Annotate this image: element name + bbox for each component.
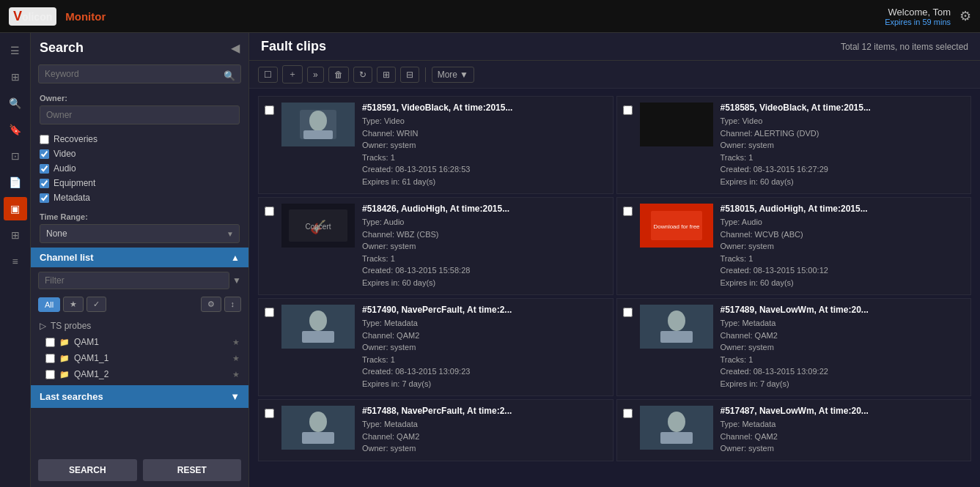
- last-searches-chevron-icon: ▼: [230, 391, 240, 402]
- qam1-star-icon[interactable]: ★: [232, 338, 240, 347]
- channel-filter-input[interactable]: [38, 272, 229, 289]
- active-icon[interactable]: ▣: [4, 197, 27, 220]
- video-label: Video: [54, 149, 75, 159]
- channel-tab-starred[interactable]: ★: [63, 297, 84, 312]
- clip-517489-title: #517489, NaveLowWm, At time:20...: [721, 305, 965, 315]
- clip-517489-detail: Type: Metadata Channel: QAM2 Owner: syst…: [721, 317, 965, 390]
- clip-517488-checkbox[interactable]: [265, 409, 274, 418]
- svg-text:Concert: Concert: [305, 223, 331, 231]
- delete-btn[interactable]: 🗑: [328, 67, 349, 83]
- search-button[interactable]: SEARCH: [38, 459, 137, 481]
- bookmark-icon[interactable]: 🔖: [4, 118, 27, 141]
- keyword-search-icon: 🔍: [224, 70, 235, 81]
- clip-517488-title: #517488, NavePercFault, At time:2...: [362, 406, 607, 416]
- time-range-select[interactable]: None: [40, 224, 240, 243]
- clip-518426-checkbox[interactable]: [265, 207, 274, 216]
- apps-icon[interactable]: ⊞: [4, 223, 27, 247]
- sidebar: Search ◀ 🔍 Owner: Recoveries Video Audio: [31, 33, 249, 487]
- more-btn[interactable]: More ▼: [432, 67, 474, 83]
- ts-probes-checkbox: ▷: [40, 321, 46, 331]
- settings-gear-icon[interactable]: ⚙: [959, 8, 971, 24]
- clip-item-517488[interactable]: #517488, NavePercFault, At time:2... Typ…: [258, 399, 614, 461]
- keyword-input[interactable]: [38, 64, 241, 83]
- channel-list-header[interactable]: Channel list ▲: [31, 248, 248, 267]
- qam1-2-label: QAM1_2: [74, 369, 108, 379]
- grid-icon[interactable]: ⊡: [4, 144, 27, 168]
- clip-518591-checkbox[interactable]: [265, 105, 274, 115]
- clip-517490-checkbox[interactable]: [265, 308, 274, 317]
- clip-item-518591[interactable]: #518591, VideoBlack, At time:2015... Typ…: [258, 96, 614, 194]
- page-title: Fault clips: [261, 39, 326, 54]
- channel-settings-icon[interactable]: ⚙: [201, 297, 221, 312]
- owner-label: Owner:: [40, 94, 240, 103]
- checkbox-audio: Audio: [40, 161, 240, 176]
- last-searches-label: Last searches: [40, 391, 103, 402]
- svg-point-14: [309, 311, 327, 331]
- owner-input[interactable]: [40, 105, 240, 124]
- clip-item-518426[interactable]: 🎸 Concert #518426, AudioHigh, At time:20…: [258, 197, 614, 295]
- channel-list-chevron-icon: ▲: [231, 253, 240, 263]
- refresh-btn[interactable]: ↻: [353, 67, 372, 83]
- channel-add-icon[interactable]: ↕: [224, 297, 242, 312]
- svg-point-20: [309, 412, 327, 432]
- qam1-1-checkbox[interactable]: [45, 354, 55, 363]
- list-view-btn[interactable]: ⊟: [400, 67, 419, 83]
- clip-518015-checkbox[interactable]: [623, 207, 633, 216]
- reset-button[interactable]: RESET: [143, 459, 242, 481]
- menu-icon[interactable]: ☰: [4, 39, 27, 62]
- clip-item-517489[interactable]: #517489, NaveLowWm, At time:20... Type: …: [616, 298, 972, 396]
- list-nav-icon[interactable]: ≡: [4, 250, 27, 273]
- svg-rect-15: [302, 331, 334, 343]
- channel-tab-all[interactable]: All: [38, 297, 60, 312]
- metadata-checkbox[interactable]: [40, 193, 49, 203]
- clip-517489-checkbox[interactable]: [623, 308, 633, 317]
- clip-518015-info: #518015, AudioHigh, At time:2015... Type…: [721, 204, 965, 289]
- channel-tab-checked[interactable]: ✓: [86, 297, 106, 312]
- more-label: More: [438, 70, 457, 80]
- toolbar: ☐ ＋ » 🗑 ↻ ⊞ ⊟ More ▼: [249, 61, 980, 89]
- clip-item-517490[interactable]: #517490, NavePercFault, At time:2... Typ…: [258, 298, 614, 396]
- clip-517487-checkbox[interactable]: [623, 409, 633, 418]
- document-icon[interactable]: 📄: [4, 171, 27, 194]
- sidebar-buttons: SEARCH RESET: [31, 453, 248, 487]
- search-nav-icon[interactable]: 🔍: [4, 92, 27, 115]
- dashboard-icon[interactable]: ⊞: [4, 65, 27, 89]
- expires-text: Expires in 59 mins: [885, 18, 951, 26]
- qam1-2-star-icon[interactable]: ★: [232, 370, 240, 379]
- equipment-checkbox[interactable]: [40, 179, 49, 188]
- channel-item-qam1[interactable]: 📁 QAM1 ★: [31, 334, 248, 350]
- last-searches-header[interactable]: Last searches ▼: [31, 385, 248, 408]
- sidebar-collapse-icon[interactable]: ◀: [231, 41, 240, 55]
- clips-grid: #518591, VideoBlack, At time:2015... Typ…: [249, 89, 980, 487]
- monitor-label: Monitor: [65, 10, 106, 23]
- channel-item-qam1-2[interactable]: 📁 QAM1_2 ★: [31, 366, 248, 382]
- checkbox-metadata: Metadata: [40, 190, 240, 205]
- channel-item-qam1-1[interactable]: 📁 QAM1_1 ★: [31, 350, 248, 366]
- grid-view-btn[interactable]: ⊞: [377, 67, 396, 83]
- time-range-label: Time Range:: [40, 212, 240, 221]
- qam1-1-star-icon[interactable]: ★: [232, 354, 240, 363]
- video-checkbox[interactable]: [40, 149, 49, 159]
- select-all-checkbox-btn[interactable]: ☐: [258, 67, 278, 83]
- left-icons-bar: ☰ ⊞ 🔍 🔖 ⊡ 📄 ▣ ⊞ ≡: [0, 33, 31, 487]
- channel-tabs: All ★ ✓ ⚙ ↕: [31, 294, 248, 315]
- forward-btn[interactable]: »: [307, 67, 324, 83]
- add-btn[interactable]: ＋: [282, 65, 303, 83]
- clip-518591-info: #518591, VideoBlack, At time:2015... Typ…: [362, 103, 607, 187]
- checkbox-equipment: Equipment: [40, 176, 240, 190]
- items-meta: Total 12 items, no items selected: [841, 42, 968, 52]
- qam1-2-checkbox[interactable]: [45, 370, 55, 379]
- clip-item-517487[interactable]: #517487, NaveLowWm, At time:20... Type: …: [616, 399, 972, 461]
- ts-probes-group[interactable]: ▷ TS probes: [31, 318, 248, 334]
- clip-item-518015[interactable]: Download for free #518015, AudioHigh, At…: [616, 197, 972, 295]
- clip-518426-title: #518426, AudioHigh, At time:2015...: [362, 204, 607, 214]
- audio-checkbox[interactable]: [40, 164, 49, 174]
- svg-point-17: [668, 311, 685, 331]
- qam1-checkbox[interactable]: [45, 338, 55, 347]
- clip-518585-checkbox[interactable]: [623, 105, 633, 115]
- recoveries-checkbox[interactable]: [40, 135, 49, 144]
- ts-probes-label: TS probes: [51, 321, 91, 331]
- clip-518591-thumbnail: [281, 103, 355, 146]
- clip-518585-info: #518585, VideoBlack, At time:2015... Typ…: [721, 103, 965, 187]
- clip-item-518585[interactable]: #518585, VideoBlack, At time:2015... Typ…: [616, 96, 972, 194]
